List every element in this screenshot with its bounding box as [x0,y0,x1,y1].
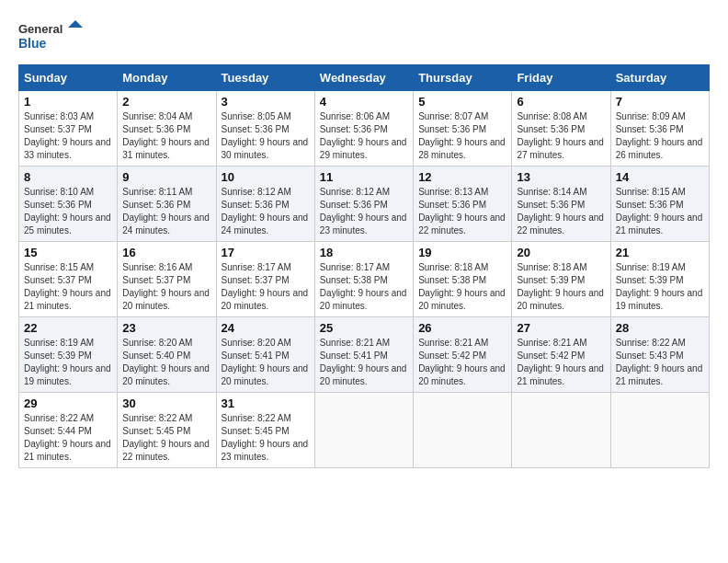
calendar-cell: 2Sunrise: 8:04 AMSunset: 5:36 PMDaylight… [118,91,216,167]
day-number: 3 [222,95,310,109]
day-info: Sunrise: 8:13 AMSunset: 5:36 PMDaylight:… [418,186,506,237]
day-info: Sunrise: 8:19 AMSunset: 5:39 PMDaylight:… [616,261,704,313]
calendar-header-tuesday: Tuesday [216,65,314,91]
day-number: 20 [517,246,605,259]
day-number: 27 [517,321,605,335]
svg-marker-1 [68,20,83,28]
calendar-cell: 26Sunrise: 8:21 AMSunset: 5:42 PMDayligh… [414,317,512,393]
day-info: Sunrise: 8:21 AMSunset: 5:42 PMDaylight:… [517,337,605,388]
day-number: 21 [616,246,704,259]
calendar-table: SundayMondayTuesdayWednesdayThursdayFrid… [18,64,710,468]
calendar-cell: 5Sunrise: 8:07 AMSunset: 5:36 PMDaylight… [414,91,512,167]
calendar-cell: 10Sunrise: 8:12 AMSunset: 5:36 PMDayligh… [216,167,314,242]
calendar-cell: 8Sunrise: 8:10 AMSunset: 5:36 PMDaylight… [19,167,118,242]
day-info: Sunrise: 8:22 AMSunset: 5:45 PMDaylight:… [222,412,310,464]
day-info: Sunrise: 8:17 AMSunset: 5:38 PMDaylight:… [320,261,408,313]
calendar-cell: 12Sunrise: 8:13 AMSunset: 5:36 PMDayligh… [414,167,512,242]
day-number: 2 [122,95,210,109]
calendar-week-row: 8Sunrise: 8:10 AMSunset: 5:36 PMDaylight… [19,167,710,242]
calendar-header-friday: Friday [512,65,610,91]
calendar-cell [610,393,709,468]
calendar-cell: 7Sunrise: 8:09 AMSunset: 5:36 PMDaylight… [610,91,709,167]
day-info: Sunrise: 8:08 AMSunset: 5:36 PMDaylight:… [517,110,605,162]
day-number: 30 [122,396,210,410]
calendar-cell [314,393,413,468]
calendar-cell [414,393,512,468]
calendar-week-row: 22Sunrise: 8:19 AMSunset: 5:39 PMDayligh… [19,317,710,393]
day-info: Sunrise: 8:11 AMSunset: 5:36 PMDaylight:… [122,186,210,237]
calendar-cell: 27Sunrise: 8:21 AMSunset: 5:42 PMDayligh… [512,317,610,393]
day-number: 17 [222,246,310,259]
calendar-cell: 24Sunrise: 8:20 AMSunset: 5:41 PMDayligh… [216,317,314,393]
calendar-week-row: 1Sunrise: 8:03 AMSunset: 5:37 PMDaylight… [19,91,710,167]
calendar-cell: 4Sunrise: 8:06 AMSunset: 5:36 PMDaylight… [314,91,413,167]
day-info: Sunrise: 8:04 AMSunset: 5:36 PMDaylight:… [122,110,210,162]
day-number: 6 [517,95,605,109]
calendar-cell: 20Sunrise: 8:18 AMSunset: 5:39 PMDayligh… [512,242,610,317]
day-info: Sunrise: 8:18 AMSunset: 5:38 PMDaylight:… [418,261,506,313]
day-info: Sunrise: 8:09 AMSunset: 5:36 PMDaylight:… [616,110,704,162]
day-number: 12 [418,170,506,184]
calendar-cell: 31Sunrise: 8:22 AMSunset: 5:45 PMDayligh… [216,393,314,468]
day-info: Sunrise: 8:22 AMSunset: 5:43 PMDaylight:… [616,337,704,388]
calendar-cell: 29Sunrise: 8:22 AMSunset: 5:44 PMDayligh… [19,393,118,468]
calendar-header-saturday: Saturday [610,65,709,91]
calendar-cell: 18Sunrise: 8:17 AMSunset: 5:38 PMDayligh… [314,242,413,317]
logo-svg: General Blue [18,18,83,55]
calendar-cell: 25Sunrise: 8:21 AMSunset: 5:41 PMDayligh… [314,317,413,393]
day-number: 19 [418,246,506,259]
day-info: Sunrise: 8:12 AMSunset: 5:36 PMDaylight:… [320,186,408,237]
day-info: Sunrise: 8:15 AMSunset: 5:36 PMDaylight:… [616,186,704,237]
day-number: 5 [418,95,506,109]
day-number: 15 [24,246,112,259]
day-info: Sunrise: 8:20 AMSunset: 5:40 PMDaylight:… [122,337,210,388]
calendar-cell: 1Sunrise: 8:03 AMSunset: 5:37 PMDaylight… [19,91,118,167]
day-number: 22 [24,321,112,335]
calendar-cell: 30Sunrise: 8:22 AMSunset: 5:45 PMDayligh… [118,393,216,468]
calendar-week-row: 29Sunrise: 8:22 AMSunset: 5:44 PMDayligh… [19,393,710,468]
day-number: 10 [222,170,310,184]
day-number: 7 [616,95,704,109]
calendar-header-monday: Monday [118,65,216,91]
calendar-cell [512,393,610,468]
calendar-cell: 16Sunrise: 8:16 AMSunset: 5:37 PMDayligh… [118,242,216,317]
calendar-header-sunday: Sunday [19,65,118,91]
calendar-header-thursday: Thursday [414,65,512,91]
day-number: 23 [122,321,210,335]
day-info: Sunrise: 8:03 AMSunset: 5:37 PMDaylight:… [24,110,112,162]
day-info: Sunrise: 8:14 AMSunset: 5:36 PMDaylight:… [517,186,605,237]
day-number: 28 [616,321,704,335]
logo: General Blue [18,18,83,55]
day-number: 11 [320,170,408,184]
calendar-cell: 22Sunrise: 8:19 AMSunset: 5:39 PMDayligh… [19,317,118,393]
day-info: Sunrise: 8:22 AMSunset: 5:44 PMDaylight:… [24,412,112,464]
day-info: Sunrise: 8:21 AMSunset: 5:42 PMDaylight:… [418,337,506,388]
svg-text:Blue: Blue [18,36,47,51]
svg-text:General: General [18,22,63,36]
calendar-cell: 23Sunrise: 8:20 AMSunset: 5:40 PMDayligh… [118,317,216,393]
day-info: Sunrise: 8:20 AMSunset: 5:41 PMDaylight:… [222,337,310,388]
day-info: Sunrise: 8:06 AMSunset: 5:36 PMDaylight:… [320,110,408,162]
calendar-cell: 21Sunrise: 8:19 AMSunset: 5:39 PMDayligh… [610,242,709,317]
day-number: 18 [320,246,408,259]
calendar-cell: 6Sunrise: 8:08 AMSunset: 5:36 PMDaylight… [512,91,610,167]
day-info: Sunrise: 8:17 AMSunset: 5:37 PMDaylight:… [222,261,310,313]
day-number: 8 [24,170,112,184]
day-info: Sunrise: 8:22 AMSunset: 5:45 PMDaylight:… [122,412,210,464]
day-info: Sunrise: 8:21 AMSunset: 5:41 PMDaylight:… [320,337,408,388]
day-number: 25 [320,321,408,335]
page-header: General Blue [18,18,710,55]
day-number: 29 [24,396,112,410]
calendar-cell: 28Sunrise: 8:22 AMSunset: 5:43 PMDayligh… [610,317,709,393]
day-number: 24 [222,321,310,335]
calendar-cell: 13Sunrise: 8:14 AMSunset: 5:36 PMDayligh… [512,167,610,242]
calendar-week-row: 15Sunrise: 8:15 AMSunset: 5:37 PMDayligh… [19,242,710,317]
calendar-cell: 17Sunrise: 8:17 AMSunset: 5:37 PMDayligh… [216,242,314,317]
day-info: Sunrise: 8:05 AMSunset: 5:36 PMDaylight:… [222,110,310,162]
day-number: 13 [517,170,605,184]
day-number: 26 [418,321,506,335]
calendar-cell: 14Sunrise: 8:15 AMSunset: 5:36 PMDayligh… [610,167,709,242]
day-number: 14 [616,170,704,184]
day-info: Sunrise: 8:18 AMSunset: 5:39 PMDaylight:… [517,261,605,313]
day-number: 4 [320,95,408,109]
